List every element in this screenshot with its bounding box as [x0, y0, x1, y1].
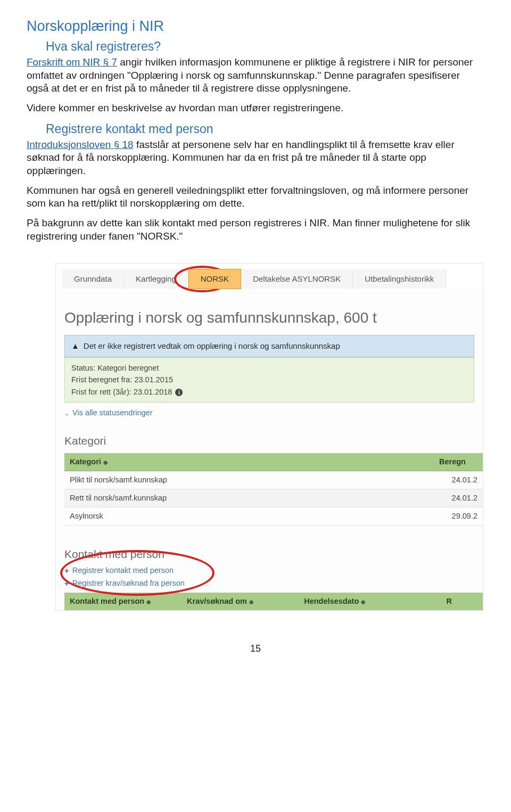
kategori-cell: Asylnorsk: [64, 507, 434, 526]
paragraph-3: Introduksjonsloven § 18 fastslår at pers…: [27, 138, 484, 178]
status-line-3: Frist for rett (3år): 23.01.2018 i: [71, 386, 467, 398]
status-line-1: Status: Kategori beregnet: [71, 362, 467, 374]
plus-icon: +: [64, 565, 69, 576]
table-row: Rett til norsk/samf.kunnskap 24.01.2: [64, 489, 483, 507]
sort-icon: ◆: [146, 598, 151, 605]
link-forskrift-nir-7[interactable]: Forskrift om NIR § 7: [27, 56, 117, 68]
kategori-col-kategori[interactable]: Kategori◆: [64, 453, 434, 471]
link-registrer-krav-label: Registrer krav/søknad fra person: [72, 578, 185, 588]
status-line-2: Frist beregnet fra: 23.01.2015: [71, 374, 467, 386]
tab-kartlegging[interactable]: Kartlegging: [124, 269, 188, 289]
kategori-col-beregn[interactable]: Beregn: [434, 453, 483, 471]
tab-bar: Grunndata Kartlegging NORSK Deltakelse A…: [56, 264, 483, 289]
table-row: Plikt til norsk/samf.kunnskap 24.01.2: [64, 471, 483, 489]
link-introduksjonsloven-18[interactable]: Introduksjonsloven § 18: [27, 139, 134, 150]
sort-icon: ◆: [103, 458, 108, 466]
paragraph-5: På bakgrunn av dette kan slik kontakt me…: [27, 217, 484, 243]
kontakt-col-4[interactable]: R: [441, 593, 483, 610]
kontakt-table: Kontakt med person◆ Krav/søknad om◆ Hend…: [64, 593, 483, 610]
kategori-date: 24.01.2: [434, 489, 483, 507]
page-number: 15: [27, 643, 484, 655]
alert-no-vedtak: ▲ Det er ikke registrert vedtak om opplæ…: [64, 335, 474, 357]
info-icon[interactable]: i: [175, 389, 183, 396]
kontakt-col-2[interactable]: Krav/søknad om◆: [182, 593, 299, 610]
link-registrer-krav[interactable]: + Registrer krav/søknad fra person: [56, 577, 483, 590]
chevron-down-icon: ⌄: [64, 409, 69, 417]
tab-utbetalingshistorikk[interactable]: Utbetalingshistorikk: [353, 269, 446, 289]
paragraph-2: Videre kommer en beskrivelse av hvordan …: [27, 102, 484, 115]
section-title-opplaering: Opplæring i norsk og samfunnskunnskap, 6…: [56, 289, 483, 335]
kontakt-col-3[interactable]: Hendelsesdato◆: [299, 593, 441, 610]
warning-icon: ▲: [71, 341, 79, 351]
tab-grunndata[interactable]: Grunndata: [62, 269, 124, 289]
sort-icon: ◆: [361, 598, 365, 605]
kontakt-heading: Kontakt med person: [56, 526, 483, 564]
kategori-date: 24.01.2: [434, 471, 483, 489]
plus-icon: +: [64, 578, 69, 589]
expand-statusendringer[interactable]: ⌄ Vis alle statusendringer: [64, 408, 152, 418]
section-heading-hva: Hva skal registreres?: [46, 39, 484, 55]
alert-text: Det er ikke registrert vedtak om opplæri…: [84, 341, 340, 351]
embedded-screenshot: Grunndata Kartlegging NORSK Deltakelse A…: [55, 263, 483, 611]
section-heading-registrere: Registrere kontakt med person: [46, 121, 484, 137]
kategori-date: 29.09.2: [434, 507, 483, 526]
link-registrer-kontakt[interactable]: + Registrer kontakt med person: [56, 564, 483, 577]
kontakt-col-1[interactable]: Kontakt med person◆: [64, 593, 182, 610]
paragraph-4: Kommunen har også en generell veiledning…: [27, 184, 484, 210]
kategori-cell: Plikt til norsk/samf.kunnskap: [64, 471, 434, 489]
page-title: Norskopplæring i NIR: [27, 17, 484, 36]
kategori-heading: Kategori: [56, 419, 483, 453]
table-row: Asylnorsk 29.09.2: [64, 507, 483, 526]
expand-label: Vis alle statusendringer: [72, 408, 152, 418]
sort-icon: ◆: [249, 598, 253, 605]
paragraph-1: Forskrift om NIR § 7 angir hvilken infor…: [27, 56, 484, 95]
tab-deltakelse-asylnorsk[interactable]: Deltakelse ASYLNORSK: [241, 269, 353, 289]
tab-norsk[interactable]: NORSK: [188, 269, 241, 289]
link-registrer-kontakt-label: Registrer kontakt med person: [72, 565, 174, 576]
kategori-cell: Rett til norsk/samf.kunnskap: [64, 489, 434, 507]
kategori-table: Kategori◆ Beregn Plikt til norsk/samf.ku…: [64, 453, 483, 525]
status-panel: Status: Kategori beregnet Frist beregnet…: [64, 357, 474, 403]
